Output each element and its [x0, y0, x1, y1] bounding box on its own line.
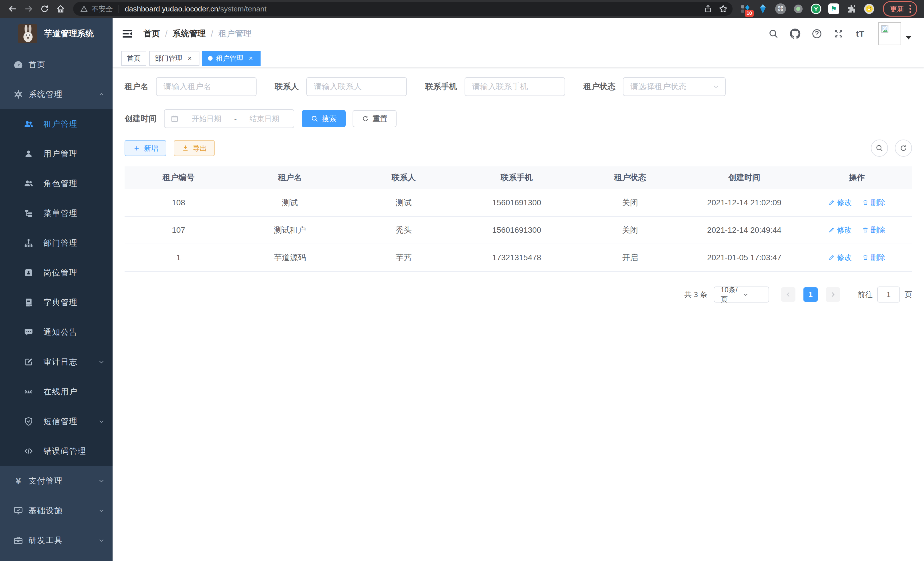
- browser-reload-button[interactable]: [38, 2, 51, 16]
- profile-avatar-icon[interactable]: [863, 3, 875, 15]
- user-icon: [23, 149, 34, 159]
- bookmark-star-icon[interactable]: [718, 4, 728, 14]
- edit-link[interactable]: 修改: [828, 198, 852, 208]
- yen-icon: ¥: [13, 476, 23, 486]
- sidebar-item-system[interactable]: 系统管理: [0, 80, 112, 109]
- sidebar-item-online-users[interactable]: 在线用户: [0, 377, 112, 407]
- sidebar-logo[interactable]: 芋道管理系统: [0, 18, 112, 50]
- github-icon[interactable]: [790, 28, 801, 39]
- tag-home[interactable]: 首页: [121, 51, 146, 66]
- close-icon[interactable]: [247, 54, 255, 62]
- browser-home-button[interactable]: [54, 2, 68, 16]
- sidebar-item-notice[interactable]: 通知公告: [0, 317, 112, 347]
- chevron-down-icon: [742, 291, 765, 298]
- refresh-table-button[interactable]: [895, 140, 912, 157]
- current-page[interactable]: 1: [803, 287, 818, 302]
- sidebar-item-payment[interactable]: ¥ 支付管理: [0, 466, 112, 496]
- fullscreen-icon[interactable]: [833, 28, 844, 39]
- sidebar-item-dict[interactable]: 字典管理: [0, 288, 112, 317]
- status-label: 租户状态: [584, 81, 615, 92]
- phone-input[interactable]: [465, 77, 565, 96]
- extensions-puzzle-icon[interactable]: [846, 3, 857, 15]
- toggle-search-button[interactable]: [871, 140, 888, 157]
- message-icon: [23, 327, 34, 337]
- sidebar-item-posts[interactable]: 岗位管理: [0, 258, 112, 288]
- extension-tabs-icon[interactable]: 10: [740, 3, 751, 15]
- share-icon[interactable]: [704, 4, 712, 14]
- sidebar-item-audit-log[interactable]: 审计日志: [0, 347, 112, 377]
- breadcrumb-separator: /: [165, 29, 167, 39]
- tag-tenant-active[interactable]: 租户管理: [202, 51, 261, 66]
- font-size-icon[interactable]: [855, 28, 866, 39]
- url-bar[interactable]: 不安全 dashboard.yudao.iocoder.cn/system/te…: [73, 2, 733, 16]
- browser-forward-button[interactable]: [22, 2, 35, 16]
- extension-badge: 10: [745, 10, 754, 17]
- sidebar-item-menus[interactable]: 菜单管理: [0, 199, 112, 228]
- page-size-select[interactable]: 10条/页: [714, 287, 769, 302]
- table-row: 107 测试租户 秃头 15601691300 关闭 2021-12-14 20…: [124, 217, 912, 244]
- col-status: 租户状态: [573, 166, 687, 189]
- delete-link[interactable]: 删除: [862, 198, 885, 208]
- chevron-down-icon: [98, 359, 105, 365]
- status-select[interactable]: 请选择租户状态: [623, 77, 726, 96]
- chevron-down-icon: [712, 83, 719, 90]
- org-chart-icon: [23, 238, 34, 248]
- prev-page-button[interactable]: [781, 287, 795, 302]
- search-button[interactable]: 搜索: [302, 110, 346, 127]
- chevron-down-icon: [98, 418, 105, 425]
- extension-kite-icon[interactable]: [757, 3, 769, 15]
- reset-button[interactable]: 重置: [352, 110, 397, 127]
- header-search-icon[interactable]: [768, 28, 779, 39]
- url-host: dashboard.yudao.iocoder.cn: [125, 5, 218, 13]
- export-button[interactable]: 导出: [174, 140, 215, 156]
- phone-label: 联系手机: [425, 81, 457, 92]
- table-row: 108 测试 测试 15601691300 关闭 2021-12-14 21:0…: [124, 189, 912, 217]
- delete-link[interactable]: 删除: [862, 225, 885, 235]
- contact-input[interactable]: [306, 77, 407, 96]
- svg-text:Y: Y: [814, 6, 818, 12]
- sidebar-item-infrastructure[interactable]: 基础设施: [0, 496, 112, 526]
- extensions-row: 10 Y: [740, 3, 875, 15]
- sidebar-item-roles[interactable]: 角色管理: [0, 169, 112, 199]
- browser-back-button[interactable]: [6, 2, 20, 16]
- sidebar-item-error-codes[interactable]: 错误码管理: [0, 436, 112, 466]
- browser-menu-icon[interactable]: [909, 5, 911, 13]
- sidebar-collapse-button[interactable]: [121, 27, 134, 40]
- sidebar-item-dev-tools[interactable]: 研发工具: [0, 526, 112, 555]
- navbar: 首页 / 系统管理 / 租户管理: [112, 18, 924, 50]
- start-date-placeholder[interactable]: 开始日期: [183, 114, 230, 124]
- system-submenu: 租户管理 用户管理 角色管理: [0, 109, 112, 466]
- site-security-chip[interactable]: 不安全: [80, 4, 113, 14]
- tenant-name-input[interactable]: [156, 77, 256, 96]
- calendar-icon: [170, 114, 179, 123]
- sidebar-item-home[interactable]: 首页: [0, 50, 112, 80]
- create-time-range-picker[interactable]: 开始日期 - 结束日期: [164, 109, 294, 128]
- breadcrumb-home[interactable]: 首页: [143, 28, 160, 39]
- delete-link[interactable]: 删除: [862, 253, 885, 262]
- sidebar-menu: 首页 系统管理 租户管理: [0, 50, 112, 561]
- tag-dept[interactable]: 部门管理: [149, 51, 200, 66]
- edit-link[interactable]: 修改: [828, 253, 852, 262]
- edit-link[interactable]: 修改: [828, 225, 852, 235]
- close-icon[interactable]: [186, 54, 194, 62]
- sidebar-item-users[interactable]: 用户管理: [0, 139, 112, 169]
- total-count: 共 3 条: [684, 290, 707, 300]
- edit-log-icon: [23, 357, 34, 367]
- sidebar-item-sms[interactable]: 短信管理: [0, 407, 112, 436]
- breadcrumb-system[interactable]: 系统管理: [172, 28, 206, 39]
- breadcrumb-current: 租户管理: [218, 28, 251, 39]
- sidebar-item-departments[interactable]: 部门管理: [0, 228, 112, 258]
- next-page-button[interactable]: [826, 287, 840, 302]
- extension-y-icon[interactable]: Y: [810, 3, 822, 15]
- date-range-separator: -: [234, 114, 237, 123]
- extension-flag-icon[interactable]: [828, 3, 839, 15]
- help-icon[interactable]: [812, 28, 822, 39]
- extension-command-icon[interactable]: [775, 3, 786, 15]
- extension-record-icon[interactable]: [793, 3, 804, 15]
- sidebar-item-tenant[interactable]: 租户管理: [0, 109, 112, 139]
- end-date-placeholder[interactable]: 结束日期: [241, 114, 288, 124]
- browser-update-button[interactable]: 更新: [883, 1, 917, 17]
- user-avatar-menu[interactable]: [878, 22, 911, 45]
- goto-page-input[interactable]: [877, 287, 900, 302]
- add-button[interactable]: ＋ 新增: [124, 140, 166, 156]
